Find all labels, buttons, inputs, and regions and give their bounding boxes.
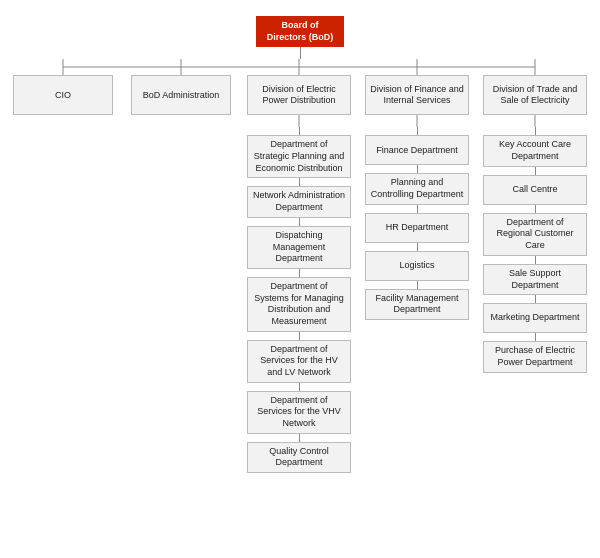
child-v-connector bbox=[417, 243, 418, 251]
div-trade-children: Key Account Care DepartmentCall CentreDe… bbox=[476, 127, 594, 473]
child-v-connector bbox=[535, 333, 536, 341]
child-node: Sale Support Department bbox=[483, 264, 587, 295]
child-node: HR Department bbox=[365, 213, 469, 243]
cio-l2-spacer bbox=[4, 127, 122, 473]
div-trade-node: Division of Trade and Sale of Electricit… bbox=[483, 75, 587, 115]
child-v-connector bbox=[535, 127, 536, 135]
child-node: Department of Strategic Planning and Eco… bbox=[247, 135, 351, 178]
child-node: Facility Management Department bbox=[365, 289, 469, 320]
child-node: Marketing Department bbox=[483, 303, 587, 333]
child-v-connector bbox=[535, 167, 536, 175]
child-v-connector bbox=[299, 127, 300, 135]
div-trade-col: Division of Trade and Sale of Electricit… bbox=[476, 75, 594, 115]
child-v-connector bbox=[535, 295, 536, 303]
div-electric-col: Division of Electric Power Distribution bbox=[240, 75, 358, 115]
l2-connector-svg bbox=[4, 115, 596, 127]
child-node: Key Account Care Department bbox=[483, 135, 587, 166]
root-row: Board of Directors (BoD) bbox=[4, 8, 596, 47]
child-node: Call Centre bbox=[483, 175, 587, 205]
child-node: Department of Systems for Managing Distr… bbox=[247, 277, 351, 332]
root-stem bbox=[300, 47, 301, 59]
div-finance-children: Finance DepartmentPlanning and Controlli… bbox=[358, 127, 476, 473]
child-v-connector bbox=[299, 269, 300, 277]
child-node: Department of Services for the HV and LV… bbox=[247, 340, 351, 383]
bod-admin-l2-spacer bbox=[122, 127, 240, 473]
bod-node: Board of Directors (BoD) bbox=[256, 16, 344, 47]
child-v-connector bbox=[299, 178, 300, 186]
cio-col: CIO bbox=[4, 75, 122, 115]
child-v-connector bbox=[299, 383, 300, 391]
div-finance-node: Division of Finance and Internal Service… bbox=[365, 75, 469, 115]
child-v-connector bbox=[299, 434, 300, 442]
child-node: Department of Services for the VHV Netwo… bbox=[247, 391, 351, 434]
child-node: Planning and Controlling Department bbox=[365, 173, 469, 204]
cio-node: CIO bbox=[13, 75, 113, 115]
bod-admin-node: BoD Administration bbox=[131, 75, 231, 115]
child-v-connector bbox=[299, 218, 300, 226]
bod-admin-col: BoD Administration bbox=[122, 75, 240, 115]
org-chart: Board of Directors (BoD) CIO BoD Adminis… bbox=[0, 0, 600, 481]
child-node: Department of Regional Customer Care bbox=[483, 213, 587, 256]
child-v-connector bbox=[535, 205, 536, 213]
child-node: Quality Control Department bbox=[247, 442, 351, 473]
child-node: Dispatching Management Department bbox=[247, 226, 351, 269]
child-v-connector bbox=[417, 165, 418, 173]
child-node: Logistics bbox=[365, 251, 469, 281]
div-electric-children: Department of Strategic Planning and Eco… bbox=[240, 127, 358, 473]
child-v-connector bbox=[299, 332, 300, 340]
child-v-connector bbox=[417, 205, 418, 213]
child-v-connector bbox=[417, 127, 418, 135]
child-node: Network Administration Department bbox=[247, 186, 351, 217]
child-v-connector bbox=[417, 281, 418, 289]
child-node: Finance Department bbox=[365, 135, 469, 165]
div-electric-node: Division of Electric Power Distribution bbox=[247, 75, 351, 115]
level1-row: CIO BoD Administration Division of Elect… bbox=[4, 75, 596, 115]
child-node: Purchase of Electric Power Department bbox=[483, 341, 587, 372]
div-finance-col: Division of Finance and Internal Service… bbox=[358, 75, 476, 115]
level2-row: Department of Strategic Planning and Eco… bbox=[4, 127, 596, 473]
l1-connector-svg bbox=[4, 59, 596, 75]
child-v-connector bbox=[535, 256, 536, 264]
